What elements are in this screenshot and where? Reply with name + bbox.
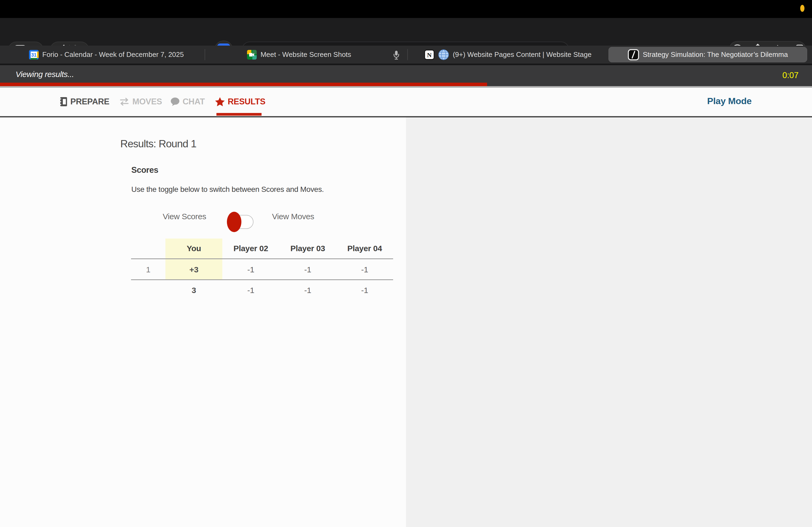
screen: forio.com [0, 0, 812, 527]
nav-tab-results[interactable]: RESULTS [215, 88, 265, 116]
nav-tab-chat[interactable]: CHAT [170, 88, 205, 116]
nav-tab-moves[interactable]: MOVES [119, 88, 162, 116]
simulation-status-bar: Viewing results... 0:07 [0, 65, 812, 86]
scores-description: Use the toggle below to switch between S… [131, 185, 324, 194]
active-tab-underline [216, 113, 262, 116]
scores-heading: Scores [131, 165, 158, 175]
nav-tab-label: CHAT [183, 97, 205, 107]
view-scores-label: View Scores [163, 212, 206, 221]
status-message: Viewing results... [16, 70, 74, 79]
simulation-nav-bar: PREPARE MOVES [0, 88, 812, 117]
nav-tab-label: MOVES [132, 97, 162, 107]
table-total-player04: -1 [336, 279, 393, 300]
table-cell-you-score: +3 [165, 258, 222, 279]
tab-strategy-simulation[interactable]: Strategy Simulation: The Negotiator’s Di… [608, 47, 807, 62]
toggle-knob[interactable] [227, 212, 242, 232]
nav-tab-prepare[interactable]: PREPARE [59, 88, 109, 116]
tab-meet[interactable]: Meet - Website Screen Shots [205, 46, 393, 64]
nav-tab-label: RESULTS [228, 97, 265, 107]
globe-icon [438, 49, 449, 60]
table-cell-player04-score: -1 [336, 258, 393, 279]
table-header-you: You [165, 239, 222, 258]
table-total-player02: -1 [222, 279, 279, 300]
table-cell-player02-score: -1 [222, 258, 279, 279]
table-cell-round-number: 1 [131, 258, 165, 279]
browser-toolbar: forio.com [0, 18, 812, 46]
notebook-icon [59, 96, 68, 107]
tab-title: Strategy Simulation: The Negotiator’s Di… [643, 50, 788, 59]
screen-recording-indicator-icon [800, 5, 804, 12]
table-total-you: 3 [165, 279, 222, 300]
star-icon [215, 97, 225, 107]
slash-badge-icon [628, 49, 639, 60]
tab-forio-calendar[interactable]: 31 Forio - Calendar - Week of December 7… [8, 46, 205, 64]
browser-tab-bar: 31 Forio - Calendar - Week of December 7… [0, 46, 812, 64]
svg-text:N: N [427, 51, 432, 59]
nav-tab-label: PREPARE [70, 97, 109, 107]
table-header-player02: Player 02 [222, 239, 279, 258]
view-moves-label: View Moves [272, 212, 314, 221]
play-mode-button[interactable]: Play Mode [707, 96, 752, 106]
tab-title: (9+) Website Pages Content | Website Sta… [453, 50, 592, 59]
google-meet-icon [247, 50, 257, 60]
tab-title: Forio - Calendar - Week of December 7, 2… [42, 50, 184, 59]
table-total-round [131, 279, 165, 300]
scores-table: You Player 02 Player 03 Player 04 1 +3 -… [131, 239, 393, 300]
macos-menubar [0, 0, 812, 18]
table-header-round [131, 239, 165, 258]
table-total-player03: -1 [279, 279, 336, 300]
scores-moves-toggle[interactable] [229, 215, 253, 229]
status-timer: 0:07 [782, 71, 799, 80]
notion-icon: N [424, 50, 434, 60]
chat-bubble-icon [170, 97, 180, 106]
table-header-player03: Player 03 [279, 239, 336, 258]
side-panel [406, 117, 812, 527]
tab-website-pages[interactable]: N (9+) Website Pages Content | Website S… [408, 46, 608, 64]
tab-audio-mic-icon[interactable] [393, 50, 400, 60]
results-panel [0, 117, 406, 527]
progress-bar [0, 82, 487, 86]
tab-title: Meet - Website Screen Shots [260, 50, 351, 59]
table-cell-player03-score: -1 [279, 258, 336, 279]
google-calendar-icon: 31 [29, 50, 39, 60]
page-title: Results: Round 1 [120, 138, 196, 150]
swap-arrows-icon [119, 98, 130, 106]
svg-text:31: 31 [31, 52, 36, 58]
table-header-player04: Player 04 [336, 239, 393, 258]
